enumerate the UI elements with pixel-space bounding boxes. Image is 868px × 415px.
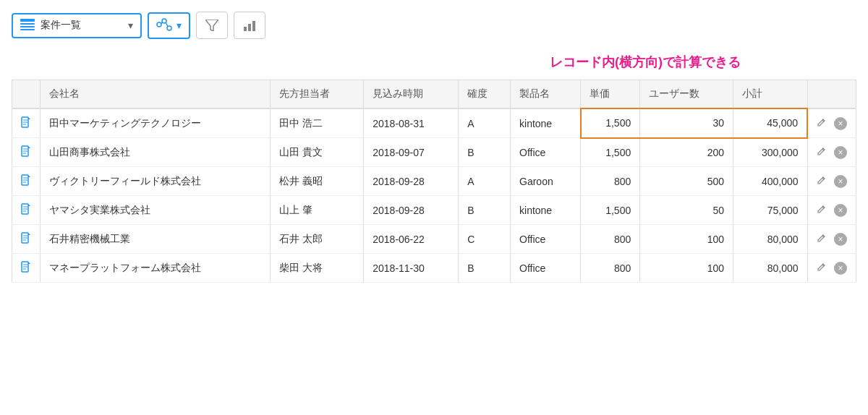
col-company: 会社名 [41, 80, 271, 109]
graph-chevron: ▾ [176, 20, 182, 31]
row-date: 2018-08-31 [364, 108, 459, 138]
delete-button[interactable]: × [834, 204, 847, 217]
row-rank: A [459, 167, 511, 196]
table-row: ヴィクトリーフィールド株式会社松井 義昭2018-09-28AGaroon800… [12, 167, 856, 196]
row-unit-price: 800 [581, 254, 640, 283]
svg-rect-2 [20, 26, 35, 27]
row-actions: × [807, 138, 856, 167]
row-doc-icon [12, 225, 41, 254]
row-date: 2018-09-28 [364, 167, 459, 196]
svg-rect-12 [252, 21, 255, 31]
col-product: 製品名 [511, 80, 581, 109]
row-actions: × [807, 254, 856, 283]
row-product: Garoon [511, 167, 581, 196]
row-contact: 石井 太郎 [271, 225, 364, 254]
edit-button[interactable] [817, 117, 827, 129]
page-wrapper: 案件一覧 ▾ ▾ [0, 0, 868, 294]
row-contact: 山田 貴文 [271, 138, 364, 167]
row-subtotal: 80,000 [733, 254, 807, 283]
row-company: マネープラットフォーム株式会社 [41, 254, 271, 283]
svg-rect-0 [20, 19, 35, 22]
delete-button[interactable]: × [834, 262, 847, 275]
delete-button[interactable]: × [834, 175, 847, 188]
row-doc-icon [12, 167, 41, 196]
row-doc-icon [12, 138, 41, 167]
col-contact: 先方担当者 [271, 80, 364, 109]
row-doc-icon [12, 196, 41, 225]
row-date: 2018-11-30 [364, 254, 459, 283]
row-date: 2018-06-22 [364, 225, 459, 254]
row-users: 100 [640, 225, 733, 254]
row-product: Office [511, 138, 581, 167]
svg-marker-9 [205, 20, 218, 31]
row-product: kintone [511, 108, 581, 138]
row-company: 石井精密機械工業 [41, 225, 271, 254]
row-company: 山田商事株式会社 [41, 138, 271, 167]
col-subtotal: 小計 [733, 80, 807, 109]
row-actions: × [807, 196, 856, 225]
edit-button[interactable] [817, 146, 827, 158]
edit-button[interactable] [817, 204, 827, 216]
svg-point-4 [157, 22, 161, 27]
row-contact: 柴田 大将 [271, 254, 364, 283]
row-unit-price: 1,500 [581, 196, 640, 225]
row-product: Office [511, 225, 581, 254]
row-contact: 松井 義昭 [271, 167, 364, 196]
svg-rect-10 [244, 27, 247, 31]
filter-button[interactable] [196, 12, 228, 39]
svg-line-8 [166, 22, 168, 27]
edit-button[interactable] [817, 262, 827, 274]
row-users: 100 [640, 254, 733, 283]
row-date: 2018-09-28 [364, 196, 459, 225]
row-users: 50 [640, 196, 733, 225]
row-rank: C [459, 225, 511, 254]
row-contact: 田中 浩二 [271, 108, 364, 138]
row-subtotal: 45,000 [733, 108, 807, 138]
row-subtotal: 400,000 [733, 167, 807, 196]
row-rank: B [459, 196, 511, 225]
table-icon [20, 19, 35, 33]
view-selector[interactable]: 案件一覧 ▾ [12, 13, 142, 38]
row-company: ヴィクトリーフィールド株式会社 [41, 167, 271, 196]
svg-rect-1 [20, 23, 35, 25]
row-contact: 山上 肇 [271, 196, 364, 225]
row-actions: × [807, 167, 856, 196]
table-row: ヤマシタ実業株式会社山上 肇2018-09-28Bkintone1,500507… [12, 196, 856, 225]
row-doc-icon [12, 108, 41, 138]
row-doc-icon [12, 254, 41, 283]
row-product: kintone [511, 196, 581, 225]
row-rank: A [459, 108, 511, 138]
view-label: 案件一覧 [41, 19, 122, 32]
row-unit-price: 1,500 [581, 108, 640, 138]
col-icon [12, 80, 41, 109]
edit-button[interactable] [817, 233, 827, 245]
delete-button[interactable]: × [834, 117, 847, 130]
row-unit-price: 1,500 [581, 138, 640, 167]
col-unit-price: 単価 [581, 80, 640, 109]
chart-button[interactable] [234, 12, 265, 39]
delete-button[interactable]: × [834, 146, 847, 159]
toolbar: 案件一覧 ▾ ▾ [12, 12, 856, 39]
svg-rect-3 [20, 29, 35, 30]
table-row: 田中マーケティングテクノロジー田中 浩二2018-08-31Akintone1,… [12, 108, 856, 138]
col-actions [807, 80, 856, 109]
annotation-text: レコード内(横方向)で計算できる [12, 54, 856, 71]
row-subtotal: 80,000 [733, 225, 807, 254]
table-row: 石井精密機械工業石井 太郎2018-06-22COffice80010080,0… [12, 225, 856, 254]
row-date: 2018-09-07 [364, 138, 459, 167]
table-row: 山田商事株式会社山田 貴文2018-09-07BOffice1,50020030… [12, 138, 856, 167]
row-unit-price: 800 [581, 225, 640, 254]
table-row: マネープラットフォーム株式会社柴田 大将2018-11-30BOffice800… [12, 254, 856, 283]
edit-button[interactable] [817, 175, 827, 187]
svg-line-7 [161, 22, 163, 23]
view-chevron: ▾ [128, 20, 133, 31]
graph-button[interactable]: ▾ [148, 12, 190, 39]
row-product: Office [511, 254, 581, 283]
svg-point-6 [167, 26, 171, 30]
row-rank: B [459, 254, 511, 283]
table-header-row: 会社名 先方担当者 見込み時期 確度 製品名 単価 ユーザー数 小計 [12, 80, 856, 109]
delete-button[interactable]: × [834, 233, 847, 246]
row-subtotal: 300,000 [733, 138, 807, 167]
row-company: 田中マーケティングテクノロジー [41, 108, 271, 138]
row-unit-price: 800 [581, 167, 640, 196]
